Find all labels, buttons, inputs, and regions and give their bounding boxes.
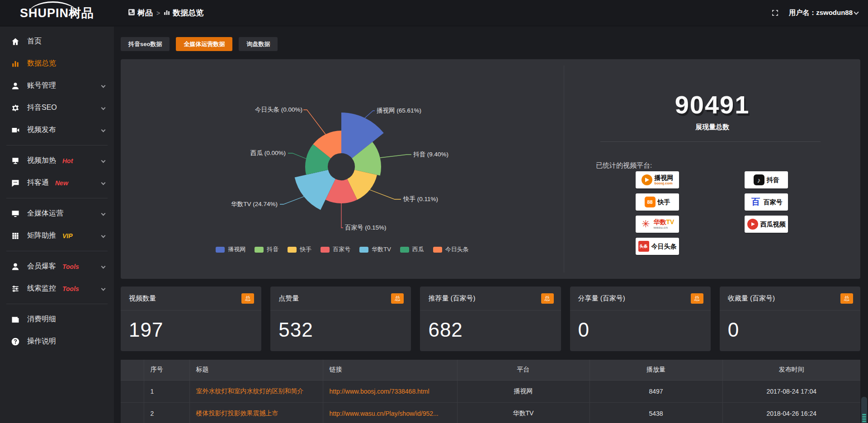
wallet-icon	[11, 315, 20, 324]
pie-label-抖音: 抖音 (9.40%)	[413, 151, 448, 158]
brand-logo[interactable]: SHUPIN树品	[0, 0, 114, 26]
pie-label-百家号: 百家号 (0.15%)	[345, 224, 387, 231]
breadcrumb-current[interactable]: 数据总览	[164, 8, 203, 18]
sidebar-badge: Hot	[62, 157, 73, 164]
legend-item-华数TV[interactable]: 华数TV	[359, 245, 391, 254]
total-badge: 总	[541, 293, 554, 304]
breadcrumb-home[interactable]: 树品	[128, 8, 153, 18]
sidebar-item-全媒体运营[interactable]: 全媒体运营	[0, 202, 114, 225]
summary-divider	[600, 141, 821, 142]
legend-item-今日头条[interactable]: 今日头条	[433, 245, 469, 254]
user-icon	[11, 81, 20, 90]
legend-item-快手[interactable]: 快手	[288, 245, 311, 254]
legend-swatch	[359, 247, 368, 253]
help-icon	[11, 337, 20, 346]
chevron-down-icon	[101, 181, 106, 185]
video-icon	[11, 126, 20, 135]
sidebar-item-数据总览[interactable]: 数据总览	[0, 52, 114, 75]
kuaishou-icon: 88	[645, 197, 656, 207]
legend-label: 今日头条	[445, 245, 469, 254]
chevron-down-icon	[101, 212, 106, 216]
tab-抖音seo数据[interactable]: 抖音seo数据	[121, 37, 170, 51]
cell-time: 2018-04-26 16:24	[722, 402, 860, 423]
stat-card-value: 532	[270, 310, 411, 341]
douyin-icon: ♪	[754, 174, 764, 185]
sidebar-item-label: 全媒体运营	[27, 209, 63, 218]
column-header-发布时间[interactable]: 发布时间	[722, 360, 860, 380]
column-header-播放量[interactable]: 播放量	[590, 360, 722, 380]
user-menu[interactable]: 用户名：zswodun88	[789, 9, 858, 17]
sidebar-item-线索监控[interactable]: 线索监控Tools	[0, 277, 114, 300]
sidebar-item-矩阵助推[interactable]: 矩阵助推VIP	[0, 225, 114, 247]
column-header-链接[interactable]: 链接	[323, 360, 457, 380]
rose-chart: 播视网 (65.61%)抖音 (9.40%)快手 (0.11%)百家号 (0.1…	[121, 59, 564, 279]
sidebar-item-label: 线索监控	[27, 284, 56, 293]
video-title-link[interactable]: 楼体投影灯投影效果震撼上市	[196, 409, 278, 417]
platform-badge-西瓜视频: 西瓜视频	[745, 216, 788, 233]
sidebar-badge: Tools	[62, 263, 79, 270]
stat-card-视频数量: 视频数量总197	[121, 287, 261, 351]
legend-swatch	[433, 247, 442, 253]
sidebar-item-会员爆客[interactable]: 会员爆客Tools	[0, 255, 114, 277]
table-row: 1室外水纹灯和室内水纹灯的区别和简介http://www.boosj.com/7…	[121, 380, 860, 402]
breadcrumb: 树品 > 数据总览	[128, 8, 203, 18]
username-label: 用户名：zswodun88	[789, 9, 853, 17]
column-header-标题[interactable]: 标题	[189, 360, 323, 380]
cell-platform: 华数TV	[457, 402, 590, 423]
sidebar-item-label: 视频发布	[27, 125, 56, 135]
sidebar-item-抖客通[interactable]: 抖客通New	[0, 172, 114, 194]
chevron-down-icon	[101, 264, 106, 269]
sidebar-item-操作说明[interactable]: 操作说明	[0, 330, 114, 352]
main-content: 抖音seo数据全媒体运营数据询盘数据 播视网 (65.61%)抖音 (9.40%…	[114, 27, 868, 423]
video-url-link[interactable]: http://www.boosj.com/7338468.html	[330, 388, 429, 395]
sidebar-item-label: 视频加热	[27, 156, 56, 165]
sidebar-item-label: 数据总览	[27, 59, 56, 68]
sidebar-item-抖音SEO[interactable]: 抖音SEO	[0, 97, 114, 119]
column-header-序号[interactable]: 序号	[144, 360, 189, 380]
total-badge: 总	[840, 293, 853, 304]
legend-item-百家号[interactable]: 百家号	[321, 245, 350, 254]
legend-label: 播视网	[228, 245, 245, 254]
legend-item-西瓜[interactable]: 西瓜	[400, 245, 424, 254]
brand-logo-text: SHUPIN树品	[20, 5, 94, 21]
tab-全媒体运营数据[interactable]: 全媒体运营数据	[176, 37, 232, 51]
tab-询盘数据[interactable]: 询盘数据	[239, 37, 278, 51]
table-row: 2楼体投影灯投影效果震撼上市http://www.wasu.cn/Play/sh…	[121, 402, 860, 423]
chat-icon	[11, 179, 20, 188]
baijiahao-icon: 百	[750, 197, 761, 207]
total-badge: 总	[241, 293, 254, 304]
video-url-link[interactable]: http://www.wasu.cn/Play/show/id/952...	[330, 410, 439, 417]
chevron-down-icon	[101, 84, 106, 88]
stat-card-title: 视频数量	[129, 294, 156, 303]
column-header-平台[interactable]: 平台	[457, 360, 590, 380]
legend-item-抖音[interactable]: 抖音	[255, 245, 278, 254]
legend-item-播视网[interactable]: 播视网	[216, 245, 245, 254]
sidebar-item-视频发布[interactable]: 视频发布	[0, 119, 114, 141]
sidebar-badge: VIP	[62, 232, 73, 240]
sidebar-item-消费明细[interactable]: 消费明细	[0, 308, 114, 330]
stat-cards: 视频数量总197点赞量总532推荐量 (百家号)总682分享量 (百家号)总0收…	[121, 287, 860, 351]
legend-swatch	[255, 247, 264, 253]
scrollbar-thumb[interactable]	[861, 397, 867, 423]
stat-card-点赞量: 点赞量总532	[270, 287, 411, 351]
stat-card-title: 推荐量 (百家号)	[428, 294, 475, 303]
bars-icon	[164, 9, 170, 18]
sidebar-item-label: 抖音SEO	[27, 103, 57, 113]
total-badge: 总	[391, 293, 404, 304]
stat-card-value: 0	[720, 310, 860, 341]
legend-swatch	[400, 247, 409, 253]
fullscreen-icon[interactable]	[771, 9, 779, 17]
pie-slice-华数TV[interactable]	[295, 170, 335, 210]
dashboard-app: SHUPIN树品 树品 > 数据总览 用户名：zswodun88	[0, 0, 868, 423]
chevron-down-icon	[854, 9, 859, 14]
pie-label-今日头条: 今日头条 (0.00%)	[255, 106, 302, 113]
sidebar-item-账号管理[interactable]: 账号管理	[0, 75, 114, 97]
pie-label-播视网: 播视网 (65.61%)	[377, 107, 421, 114]
app-icon	[128, 9, 135, 18]
total-impressions-label: 展现量总数	[564, 123, 860, 132]
platforms-title: 已统计的视频平台:	[596, 161, 652, 170]
sidebar-item-视频加热[interactable]: 视频加热Hot	[0, 150, 114, 172]
sidebar-divider	[6, 304, 108, 304]
sidebar-item-首页[interactable]: 首页	[0, 30, 114, 52]
video-title-link[interactable]: 室外水纹灯和室内水纹灯的区别和简介	[196, 387, 304, 395]
